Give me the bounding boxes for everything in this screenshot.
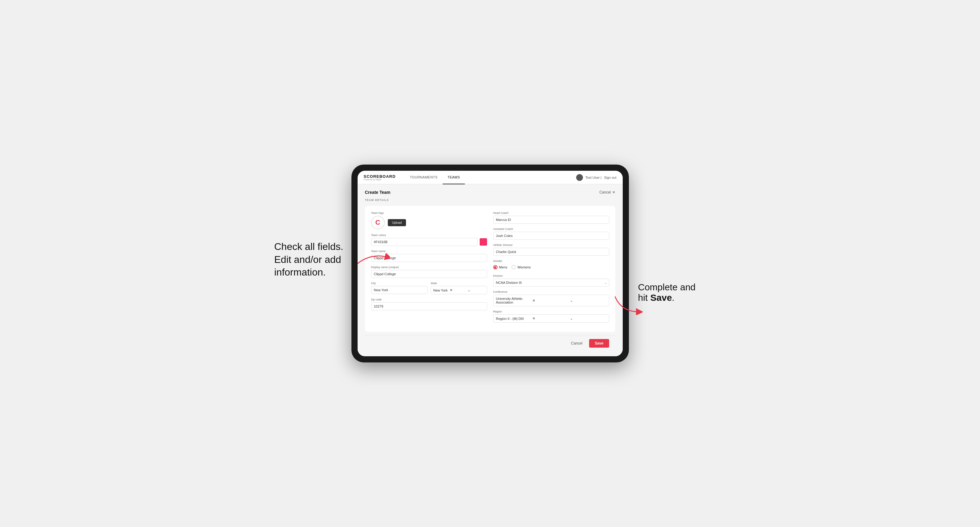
- display-name-label: Display name (unique): [371, 266, 487, 269]
- brand-sub: Powered by clippd: [364, 178, 396, 181]
- head-coach-field: Head Coach: [493, 211, 609, 224]
- upload-button[interactable]: Upload: [388, 219, 406, 226]
- athletic-director-label: Athletic Director: [493, 243, 609, 246]
- city-input[interactable]: [371, 286, 428, 294]
- sign-out-link[interactable]: Sign out: [604, 176, 616, 179]
- womens-radio-icon[interactable]: [511, 265, 516, 269]
- team-colour-label: Team colour: [371, 233, 487, 237]
- gender-label: Gender: [493, 259, 609, 263]
- logo-area: C Upload: [371, 216, 487, 229]
- division-field: Division NCAA Division III: [493, 274, 609, 287]
- gender-radio-group: Mens Womens: [493, 264, 609, 271]
- conference-select[interactable]: University Athletic Association ✕ ⌄: [493, 295, 609, 306]
- region-label: Region: [493, 310, 609, 313]
- city-group: City: [371, 282, 428, 294]
- region-field: Region Region II - (M) DIII ✕ ⌄: [493, 310, 609, 323]
- mens-radio-icon[interactable]: [493, 265, 498, 269]
- state-group: State New York ✕ ⌄: [431, 282, 487, 294]
- brand-logo: SCOREBOARD Powered by clippd: [364, 175, 396, 181]
- region-clear-icon[interactable]: ✕: [532, 315, 569, 322]
- state-select[interactable]: New York ✕ ⌄: [431, 286, 487, 294]
- conference-clear-icon[interactable]: ✕: [532, 297, 569, 305]
- division-select-wrapper: NCAA Division III: [493, 279, 609, 287]
- logo-circle: C: [371, 216, 385, 229]
- team-colour-field: Team colour: [371, 233, 487, 246]
- region-chevron-icon: ⌄: [570, 315, 606, 322]
- nav-links: TOURNAMENTS TEAMS: [405, 171, 576, 184]
- region-select[interactable]: Region II - (M) DIII ✕ ⌄: [493, 314, 609, 323]
- assistant-coach-label: Assistant Coach: [493, 227, 609, 230]
- head-coach-input[interactable]: [493, 216, 609, 224]
- city-state-row: City State New York ✕ ⌄: [371, 282, 487, 294]
- two-column-layout: Team logo C Upload Team colo: [371, 211, 609, 326]
- state-label: State: [431, 282, 487, 285]
- brand-title: SCOREBOARD: [364, 175, 396, 178]
- display-name-input[interactable]: [371, 270, 487, 278]
- nav-teams[interactable]: TEAMS: [443, 171, 465, 184]
- conference-field: Conference University Athletic Associati…: [493, 290, 609, 306]
- left-column: Team logo C Upload Team colo: [371, 211, 487, 326]
- gender-womens[interactable]: Womens: [511, 265, 531, 269]
- state-clear-icon[interactable]: ✕: [450, 286, 466, 294]
- navbar: SCOREBOARD Powered by clippd TOURNAMENTS…: [358, 171, 623, 184]
- head-coach-label: Head Coach: [493, 211, 609, 214]
- conference-chevron-icon: ⌄: [570, 297, 606, 305]
- athletic-director-input[interactable]: [493, 248, 609, 256]
- city-state-field: City State New York ✕ ⌄: [371, 282, 487, 294]
- left-annotation: Check all fields. Edit and/or add inform…: [274, 240, 355, 279]
- tablet-frame: SCOREBOARD Powered by clippd TOURNAMENTS…: [352, 165, 629, 362]
- form-title: Create Team: [365, 190, 391, 195]
- main-content: Create Team Cancel ✕ TEAM DETAILS Team l…: [358, 184, 623, 356]
- city-label: City: [371, 282, 428, 285]
- cancel-button[interactable]: Cancel: [567, 339, 586, 348]
- state-chevron-icon: ⌄: [468, 286, 484, 294]
- zip-input[interactable]: [371, 302, 487, 310]
- team-logo-label: Team logo: [371, 211, 487, 214]
- right-arrow-icon: [612, 294, 643, 315]
- form-card: Team logo C Upload Team colo: [365, 206, 615, 332]
- page-wrapper: Check all fields. Edit and/or add inform…: [274, 165, 706, 362]
- user-label: Test User |: [585, 176, 601, 179]
- tablet-screen: SCOREBOARD Powered by clippd TOURNAMENTS…: [358, 171, 623, 356]
- assistant-coach-input[interactable]: [493, 232, 609, 240]
- division-select[interactable]: NCAA Division III: [493, 279, 609, 287]
- user-avatar: [576, 174, 583, 181]
- save-button[interactable]: Save: [589, 339, 609, 348]
- form-header: Create Team Cancel ✕: [365, 190, 615, 195]
- gender-field: Gender Mens Womens: [493, 259, 609, 271]
- navbar-right: Test User | Sign out: [576, 174, 617, 181]
- left-arrow-icon: [356, 250, 390, 265]
- nav-tournaments[interactable]: TOURNAMENTS: [405, 171, 442, 184]
- division-label: Division: [493, 274, 609, 277]
- right-column: Head Coach Assistant Coach Athletic Dire…: [493, 211, 609, 326]
- zip-label: Zip code: [371, 298, 487, 301]
- colour-input-row: [371, 238, 487, 246]
- team-logo-field: Team logo C Upload: [371, 211, 487, 229]
- colour-input[interactable]: [371, 238, 478, 246]
- athletic-director-field: Athletic Director: [493, 243, 609, 256]
- section-label: TEAM DETAILS: [365, 198, 615, 202]
- form-footer: Cancel Save: [365, 336, 615, 351]
- conference-label: Conference: [493, 290, 609, 294]
- gender-mens[interactable]: Mens: [493, 265, 508, 269]
- cancel-x-button[interactable]: Cancel ✕: [599, 190, 615, 194]
- display-name-field: Display name (unique): [371, 266, 487, 278]
- zip-code-field: Zip code: [371, 298, 487, 310]
- right-annotation: Complete and hit Save.: [638, 282, 706, 303]
- colour-swatch[interactable]: [480, 238, 487, 246]
- assistant-coach-field: Assistant Coach: [493, 227, 609, 240]
